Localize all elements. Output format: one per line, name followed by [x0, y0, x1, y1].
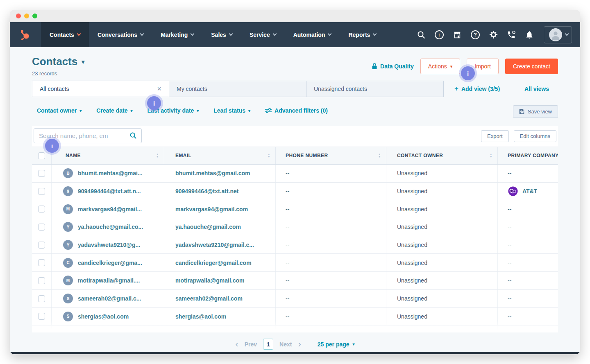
search-icon[interactable]: [413, 27, 429, 43]
actions-button[interactable]: Actions ▾: [420, 59, 460, 74]
create-contact-button[interactable]: Create contact: [505, 59, 558, 74]
company-value: --: [508, 277, 511, 284]
info-badge[interactable]: i: [45, 139, 59, 153]
save-view-label: Save view: [528, 109, 552, 115]
calls-phone-icon[interactable]: [504, 27, 519, 43]
row-checkbox[interactable]: [38, 224, 45, 231]
company-link[interactable]: AT&T: [522, 188, 537, 194]
contact-email-link[interactable]: candicelkrieger@gmail.com: [175, 260, 252, 266]
notifications-bell-icon[interactable]: [522, 27, 537, 43]
nav-item-reports[interactable]: Reports: [340, 22, 385, 47]
sort-icon[interactable]: ▲▼: [268, 153, 270, 158]
maximize-window-button[interactable]: [32, 14, 37, 18]
advanced-filters-link[interactable]: Advanced filters (0): [265, 107, 328, 114]
row-checkbox[interactable]: [38, 188, 45, 195]
upload-icon[interactable]: ↑: [431, 27, 447, 43]
filter-create-date[interactable]: Create date ▾: [96, 107, 132, 114]
page-title[interactable]: Contacts ▾: [32, 55, 84, 68]
contact-name-link[interactable]: markvargas94@gmail...: [78, 206, 142, 213]
chevron-right-icon[interactable]: ›: [298, 340, 301, 349]
row-checkbox[interactable]: [38, 295, 45, 302]
nav-item-automation[interactable]: Automation: [285, 22, 340, 47]
info-glyph: i: [467, 70, 469, 77]
contact-email-link[interactable]: motirapwalla@gmail.com: [175, 277, 244, 284]
marketplace-icon[interactable]: [449, 27, 465, 43]
phone-value: --: [286, 277, 289, 284]
help-icon[interactable]: ?: [467, 27, 483, 43]
per-page-label: 25 per page: [318, 341, 349, 348]
nav-item-sales[interactable]: Sales: [202, 22, 241, 47]
contact-name-link[interactable]: ya.haouche@gmail.co...: [78, 224, 143, 230]
contact-name-link[interactable]: bhumit.mehtas@gmai...: [78, 170, 143, 176]
info-badge[interactable]: i: [461, 66, 475, 80]
data-quality-link[interactable]: Data Quality: [372, 63, 414, 70]
edit-columns-button[interactable]: Edit columns: [514, 130, 556, 142]
close-window-button[interactable]: [16, 14, 21, 18]
row-checkbox[interactable]: [38, 277, 45, 284]
table-body: Bbhumit.mehtas@gmai... bhumit.mehtas@gma…: [32, 165, 558, 332]
avatar: S: [63, 312, 73, 321]
avatar: [549, 28, 562, 41]
caret-down-icon: ▾: [450, 64, 453, 69]
column-header-company[interactable]: PRIMARY COMPANY: [497, 147, 558, 164]
hubspot-logo-icon[interactable]: [10, 22, 41, 47]
account-menu[interactable]: [544, 26, 572, 43]
filter-contact-owner[interactable]: Contact owner ▾: [37, 107, 82, 114]
select-all-checkbox[interactable]: [38, 152, 45, 159]
contact-name-link[interactable]: motirapwalla@gmail....: [78, 277, 140, 284]
nav-item-service[interactable]: Service: [241, 22, 285, 47]
row-checkbox[interactable]: [38, 242, 45, 249]
contact-name-link[interactable]: candicelkrieger@gma...: [78, 260, 142, 266]
nav-item-marketing[interactable]: Marketing: [152, 22, 202, 47]
next-button[interactable]: Next: [279, 341, 292, 348]
nav-item-contacts[interactable]: Contacts: [41, 22, 89, 47]
contact-email-link[interactable]: yadavshweta9210@gmail.c...: [175, 242, 254, 248]
nav-item-conversations[interactable]: Conversations: [89, 22, 152, 47]
minimize-window-button[interactable]: [24, 14, 29, 18]
contact-email-link[interactable]: bhumit.mehtas@gmail.com: [175, 170, 250, 176]
contact-email-link[interactable]: markvargas94@gmail.com: [175, 206, 248, 213]
contact-email-link[interactable]: 9094994464@txt.att.net: [175, 188, 239, 194]
plus-icon: +: [454, 85, 458, 93]
row-checkbox[interactable]: [38, 206, 45, 213]
sort-icon[interactable]: ▲▼: [490, 153, 492, 158]
view-tab-unassigned-contacts[interactable]: Unassigned contacts: [306, 81, 444, 97]
question-glyph: ?: [474, 32, 477, 38]
contact-name-link[interactable]: shergias@aol.com: [78, 313, 129, 320]
export-button[interactable]: Export: [481, 130, 509, 142]
per-page-selector[interactable]: 25 per page ▾: [318, 341, 355, 348]
settings-gear-icon[interactable]: [486, 27, 501, 43]
filter-label: Create date: [96, 107, 127, 114]
avatar: S: [63, 294, 73, 303]
contact-name-link[interactable]: 9094994464@txt.att.n...: [78, 188, 141, 194]
sort-icon[interactable]: ▲▼: [378, 153, 381, 158]
contact-email-link[interactable]: shergias@aol.com: [175, 313, 226, 320]
row-checkbox[interactable]: [38, 170, 45, 177]
row-checkbox[interactable]: [38, 259, 45, 266]
row-checkbox[interactable]: [38, 313, 45, 320]
column-header-email[interactable]: EMAIL ▲▼: [164, 147, 275, 164]
close-icon[interactable]: ×: [157, 85, 161, 93]
sort-icon[interactable]: ▲▼: [156, 153, 159, 158]
company-value: --: [508, 260, 511, 266]
chevron-down-icon: [373, 32, 377, 36]
contact-name-link[interactable]: yadavshweta9210@g...: [78, 242, 140, 248]
view-tab-all-contacts[interactable]: All contacts ×: [32, 81, 169, 97]
prev-button[interactable]: Prev: [245, 341, 257, 348]
contact-name-link[interactable]: sameerah02@gmail.c...: [78, 295, 141, 302]
view-tab-my-contacts[interactable]: My contacts: [169, 81, 306, 97]
column-header-name[interactable]: NAME ▲▼: [51, 147, 164, 164]
all-views-link[interactable]: All views: [524, 86, 549, 92]
caret-down-icon: ▾: [197, 109, 199, 113]
add-view-link[interactable]: + Add view (3/5): [454, 85, 500, 93]
save-view-button[interactable]: Save view: [513, 105, 558, 118]
page-number[interactable]: 1: [263, 339, 273, 350]
contact-email-link[interactable]: ya.haouche@gmail.com: [175, 224, 241, 230]
info-badge[interactable]: i: [147, 96, 161, 110]
chevron-left-icon[interactable]: ‹: [235, 340, 238, 349]
filter-lead-status[interactable]: Lead status ▾: [213, 107, 250, 114]
column-header-owner[interactable]: CONTACT OWNER ▲▼: [386, 147, 497, 164]
contact-email-link[interactable]: sameerah02@gmail.com: [175, 295, 243, 302]
column-header-phone[interactable]: PHONE NUMBER ▲▼: [275, 147, 386, 164]
owner-value: Unassigned: [397, 188, 427, 194]
